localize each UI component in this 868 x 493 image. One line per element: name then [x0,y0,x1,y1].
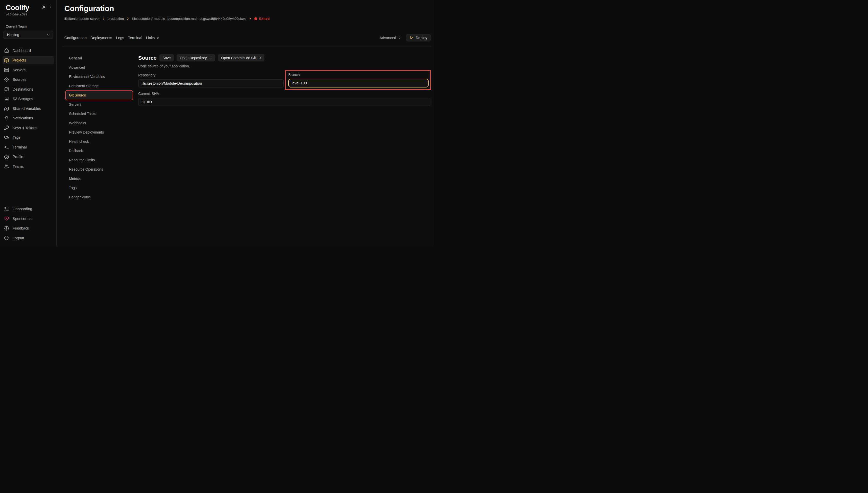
sidebar-item-s3-storages[interactable]: S3 Storages [3,95,54,103]
sidebar-item-dashboard[interactable]: Dashboard [3,47,54,55]
subnav-item-danger-zone[interactable]: Danger Zone [66,193,132,201]
tab-item-links[interactable]: Links [146,36,160,40]
chevrons-up-down-icon [398,36,401,40]
server-icon [4,67,9,72]
list-item-production: production [108,17,129,21]
user-circle-icon [4,154,9,159]
tabs: Configuration Deployments Logs Terminal … [64,36,160,40]
home-icon [4,48,9,53]
source-description: Code source of your application. [138,64,431,68]
main-content: Configuration illicitonion quote server … [57,0,434,246]
subnav-item-tags[interactable]: Tags [66,184,132,192]
arrow-up-right-icon [209,56,212,60]
chevrons-up-down-icon [156,36,160,40]
sidebar-item-profile[interactable]: Profile [3,153,54,161]
tab-item-configuration[interactable]: Configuration [64,36,86,40]
sidebar-footer-item-feedback[interactable]: Feedback [3,224,54,232]
sidebar-header: Coolify [3,4,54,12]
open-repository-button[interactable]: Open Repository [176,54,215,62]
subnav-item-webhooks[interactable]: Webhooks [66,119,132,127]
sidebar-item-tags[interactable]: Tags [3,133,54,142]
sidebar-nav: Dashboard Projects Servers Sources Desti… [3,45,54,172]
key-icon [4,125,9,130]
open-commits-button[interactable]: Open Commits on Git [218,54,264,62]
branch-annotation-box: Branch level-100 [285,70,431,90]
sidebar-item-projects[interactable]: Projects [3,56,54,64]
sidebar-item-destinations[interactable]: Destinations [3,85,54,93]
config-subnav: General Advanced Environment Variables P… [64,54,132,202]
commit-sha-label: Commit SHA [138,91,431,96]
coolify-app: Coolify v4.0.0-beta.399 Current Team Hos… [0,0,434,246]
sidebar-item-teams[interactable]: Teams [3,163,54,171]
subnav-item-advanced[interactable]: Advanced [66,64,132,71]
users-icon [4,164,9,169]
braces-x-icon: (x) [4,106,9,111]
team-select[interactable]: Hosting [3,30,53,39]
sun-icon[interactable] [42,5,46,9]
subnav-item-metrics[interactable]: Metrics [66,175,132,183]
subnav-item-preview-deployments[interactable]: Preview Deployments [66,128,132,136]
app-logo: Coolify [6,4,29,12]
subnav-item-servers[interactable]: Servers [66,101,132,108]
sidebar-item-sources[interactable]: Sources [3,76,54,84]
current-team-label: Current Team [3,24,54,28]
chevron-down-icon [46,33,50,37]
logout-icon [4,235,9,240]
sidebar-footer-item-onboarding[interactable]: Onboarding [3,205,54,213]
subnav-item-persistent-storage[interactable]: Persistent Storage [66,82,132,90]
subnav-item-git-source[interactable]: Git Source [66,91,132,99]
app-version: v4.0.0-beta.399 [3,13,54,16]
sidebar-item-shared-variables[interactable]: (x) Shared Variables [3,105,54,113]
database-icon [4,97,9,101]
header-divider [62,46,431,46]
play-icon [409,36,414,40]
list-checks-icon [4,207,9,212]
sidebar-item-terminal[interactable]: >_ Terminal [3,143,54,151]
breadcrumb: illicitonion quote server production ill… [64,17,431,21]
theme-controls [42,5,52,9]
sidebar-item-servers[interactable]: Servers [3,66,54,74]
subnav-item-resource-operations[interactable]: Resource Operations [66,166,132,173]
tab-item-terminal[interactable]: Terminal [128,36,142,40]
subnav-item-general[interactable]: General [66,54,132,62]
sidebar-item-notifications[interactable]: Notifications [3,114,54,122]
branch-label: Branch [288,72,429,77]
subnav-item-resource-limits[interactable]: Resource Limits [66,156,132,164]
chevron-right-icon [102,17,105,20]
chevron-right-icon [126,17,129,20]
list-item-illicitonion-quote-server: illicitonion quote server [64,17,105,21]
git-icon [4,77,9,82]
sidebar-item-keys-tokens[interactable]: Keys & Tokens [3,124,54,132]
team-select-value: Hosting [7,33,19,37]
repository-label: Repository [138,72,284,78]
status-badge: Exited [259,17,270,21]
sidebar-footer-item-logout[interactable]: Logout [3,234,54,242]
tab-item-deployments[interactable]: Deployments [90,36,112,40]
branch-input[interactable]: level-100 [288,79,429,87]
source-heading: Source [138,55,156,61]
subnav-item-scheduled-tasks[interactable]: Scheduled Tasks [66,110,132,117]
map-icon [4,87,9,92]
sidebar-footer-nav: Onboarding Sponsor us Feedback Logout [3,203,54,244]
tabs-row: Configuration Deployments Logs Terminal … [64,34,431,41]
tab-item-logs[interactable]: Logs [116,36,124,40]
chevrons-up-down-icon[interactable] [49,5,52,9]
help-circle-icon [4,226,9,231]
status-dot-icon [254,17,257,20]
chevron-right-icon [249,17,252,20]
arrow-up-right-icon [258,56,261,60]
terminal-icon: >_ [4,145,9,150]
deploy-button[interactable]: Deploy [406,34,431,41]
sidebar-footer-item-sponsor-us[interactable]: Sponsor us [3,215,54,223]
layers-icon [4,58,9,63]
list-item-illicitestonion-module-decomposition-main-psgsws8884440s08wk00okws: illicitestonion/-module--decomposition:m… [132,17,252,21]
subnav-item-healthcheck[interactable]: Healthcheck [66,138,132,145]
subnav-item-rollback[interactable]: Rollback [66,147,132,155]
commit-sha-input[interactable]: HEAD [138,98,431,106]
repository-input[interactable]: illicitestonion/Module-Decomposition [138,79,284,87]
advanced-dropdown[interactable]: Advanced [379,36,401,40]
page-title: Configuration [64,4,431,13]
save-button[interactable]: Save [159,54,174,62]
subnav-item-environment-variables[interactable]: Environment Variables [66,73,132,81]
source-section: Source Save Open Repository Open Commits… [138,54,431,106]
